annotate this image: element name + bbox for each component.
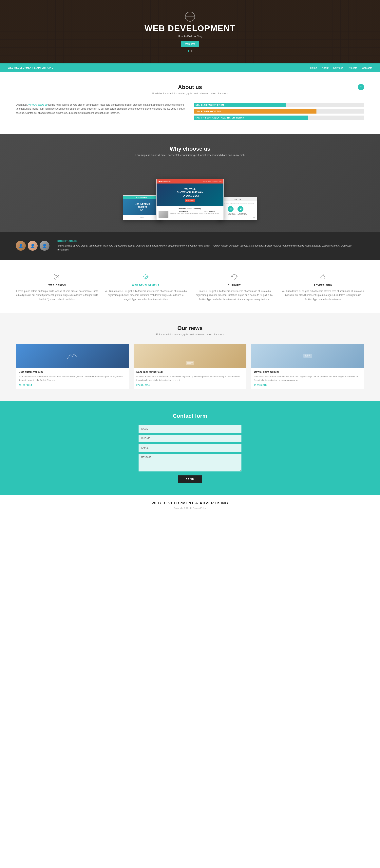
svg-rect-20 xyxy=(186,361,194,365)
nav-links: Home About Services Projects Contacts xyxy=(310,66,372,69)
bar-label-1: 54% CLARITAS EST ETIAM xyxy=(196,104,224,106)
bar-label-3: 67% TYPI NON HABENT CLARITATEM INSITAM xyxy=(196,117,244,119)
mockup-right-desc: Lorem ipsum dolor sit amet facilisis dem… xyxy=(220,203,255,205)
globe-icon xyxy=(185,12,195,22)
news-card-2: Nam liber tempor cum Noactlis at vero er… xyxy=(134,344,247,389)
testimonial-avatars: 👤 👤 👤 xyxy=(16,241,49,251)
svg-rect-24 xyxy=(305,354,306,356)
scroll-up-button[interactable]: ⇧ xyxy=(358,84,364,90)
about-content: Qaeraquat, vel illum dolore eu feugiat n… xyxy=(16,103,364,122)
mockup-right-header: ...OFFER xyxy=(218,197,257,201)
service-webdesign-title: WEB-DESIGN xyxy=(16,284,99,287)
mockup-network-icon: ▤ xyxy=(228,206,234,212)
mockup-logo: ◆ IT Company xyxy=(159,180,171,182)
hero-cta-button[interactable]: more info xyxy=(181,41,199,47)
mockup-center-hero-title: WE WILLSHOW YOU THE WAYTO SUCCESS! xyxy=(159,187,221,197)
mockup-center-body: Welcome to Our Company! Our Mission Vest… xyxy=(157,206,223,220)
news-text-3: Noactlis at vero eros et accumsan et ius… xyxy=(254,375,361,382)
news-text-2: Noactlis at vero eros et accumsan et ius… xyxy=(136,375,244,382)
mockup-icon-row: ▤ NETWORKSOLUTIONS ▣ DATABASEMANAGEMENT xyxy=(220,206,255,215)
svg-line-18 xyxy=(324,274,324,275)
service-webdev: WEB DEVELOPMENT Vel illum dolore eu feug… xyxy=(104,272,187,301)
bar-item-1: 54% CLARITAS EST ETIAM xyxy=(194,103,364,107)
news-body-2: Nam liber tempor cum Noactlis at vero er… xyxy=(134,368,247,389)
contact-title: Contact form xyxy=(16,413,364,419)
hero-dot-1[interactable] xyxy=(188,50,189,52)
nav-link-home[interactable]: Home xyxy=(310,66,317,69)
why-subtitle: Lorem ipsum dolor sit amet, consectetuer… xyxy=(16,154,364,157)
mockup-right: ...OFFER Lorem ipsum dolor sit amet faci… xyxy=(218,197,257,220)
mockup-db-label: DATABASEMANAGEMENT xyxy=(238,212,247,215)
service-support-icon xyxy=(193,272,276,282)
mockup-network-icon-wrap: ▤ NETWORKSOLUTIONS xyxy=(228,206,236,215)
mockup-center: ◆ IT Company Home About Projects Blog WE… xyxy=(157,179,223,220)
svg-point-5 xyxy=(145,276,146,277)
mockup-db-icon: ▣ xyxy=(238,206,243,212)
avatar-3[interactable]: 👤 xyxy=(40,241,49,251)
svg-point-0 xyxy=(55,274,56,275)
why-title: Why choose us xyxy=(16,146,364,152)
news-img-2 xyxy=(134,344,247,368)
news-subtitle: Enim ad minim veniam, quis nostrud exerc… xyxy=(16,333,364,336)
about-subtitle: Ut wisi enim ad minim veniam, quis nostr… xyxy=(16,92,364,95)
service-webdev-title: WEB DEVELOPMENT xyxy=(104,284,187,287)
news-title-3: Ut wisi enim ad mini xyxy=(254,370,361,373)
bar-item-3: 67% TYPI NON HABENT CLARITATEM INSITAM xyxy=(194,116,364,120)
news-date-2: 27 / 09 / 2014 xyxy=(136,384,244,386)
contact-name-input[interactable] xyxy=(139,425,241,433)
nav-link-projects[interactable]: Projects xyxy=(348,66,357,69)
bar-label-2: 72% EODEM MODO TYPI xyxy=(196,111,221,113)
nav-link-contacts[interactable]: Contacts xyxy=(362,66,372,69)
mockup-mission-box: Our Mission Vestibulum lorem ipsum dolor… xyxy=(170,211,198,215)
contact-send-button[interactable]: SEND xyxy=(178,475,202,483)
contact-form: SEND xyxy=(139,425,241,483)
contact-phone-input[interactable] xyxy=(139,435,241,442)
mockup-network-label: NETWORKSOLUTIONS xyxy=(228,212,236,215)
service-support-title: SUPPORT xyxy=(193,284,276,287)
mockup-db-icon-wrap: ▣ DATABASEMANAGEMENT xyxy=(238,206,247,215)
mockup-right-body: Lorem ipsum dolor sit amet facilisis dem… xyxy=(218,201,257,220)
footer: WEB DEVELOPMENT & ADVERTISING Copyright … xyxy=(0,495,380,515)
service-support-text: Dolore eu feugiat nulla facilisis at ver… xyxy=(193,289,276,301)
mockup-left-text: USE INFORMATO MEETOB... xyxy=(135,203,150,212)
service-webdesign-text: Lorem ipsum dolore eu feugiat nulla faci… xyxy=(16,289,99,301)
news-title-1: Duis autem vel eum xyxy=(19,370,126,373)
mockup-mission: Our Mission Vestibulum lorem ipsum dolor… xyxy=(170,211,221,218)
news-section: Our news Enim ad minim veniam, quis nost… xyxy=(0,313,380,401)
nav-link-about[interactable]: About xyxy=(322,66,329,69)
news-grid: Duis autem vel eum Vixat nulla facilisis… xyxy=(16,344,364,389)
mockup-focus-text: Lorem ipsum dolor amet facilisis xyxy=(200,213,219,215)
contact-message-input[interactable] xyxy=(139,454,241,471)
hero-subtitle: How to Build a Blog xyxy=(178,35,202,38)
contact-section: Contact form SEND xyxy=(0,401,380,495)
nav-brand: WEB DEVELOPMENT & ADVERTISING xyxy=(8,67,54,69)
news-body-3: Ut wisi enim ad mini Noactlis at vero er… xyxy=(251,368,364,389)
news-card-1: Duis autem vel eum Vixat nulla facilisis… xyxy=(16,344,129,389)
svg-rect-26 xyxy=(309,354,310,356)
about-bars: 54% CLARITAS EST ETIAM 72% EODEM MODO TY… xyxy=(194,103,364,122)
service-advertising-title: ADVERTISING xyxy=(282,284,365,287)
footer-copyright: Copyright © 2014 | Privacy Policy xyxy=(6,507,374,509)
testimonial-name: ROBERT ADAMS xyxy=(58,240,364,242)
contact-email-input[interactable] xyxy=(139,444,241,452)
hero-dot-2[interactable] xyxy=(191,50,192,52)
svg-rect-27 xyxy=(305,356,308,357)
news-card-3: Ut wisi enim ad mini Noactlis at vero er… xyxy=(251,344,364,389)
mockup-us-label: US xyxy=(220,216,255,218)
nav-link-services[interactable]: Services xyxy=(333,66,343,69)
service-webdev-icon xyxy=(104,272,187,282)
avatar-2[interactable]: 👤 xyxy=(28,241,38,251)
avatar-1[interactable]: 👤 xyxy=(16,241,26,251)
mockup-img xyxy=(159,211,168,218)
svg-line-3 xyxy=(56,275,59,278)
service-advertising-text: Vel illum dolore eu feugiat nulla facili… xyxy=(282,289,365,301)
mockup-nav-items: Home About Projects Blog xyxy=(203,181,221,182)
hero-dots xyxy=(188,50,192,52)
about-section: About us Ut wisi enim ad minim veniam, q… xyxy=(0,72,380,134)
service-webdev-text: Vel illum dolore eu feugiat nulla facili… xyxy=(104,289,187,301)
service-support: SUPPORT Dolore eu feugiat nulla facilisi… xyxy=(193,272,276,301)
mockup-mission-text: Vestibulum lorem ipsum dolor sit amet fa… xyxy=(170,213,198,215)
svg-point-11 xyxy=(231,276,233,277)
news-img-3 xyxy=(251,344,364,368)
mockup-focus-title: Focus Kaimeet xyxy=(200,211,219,213)
